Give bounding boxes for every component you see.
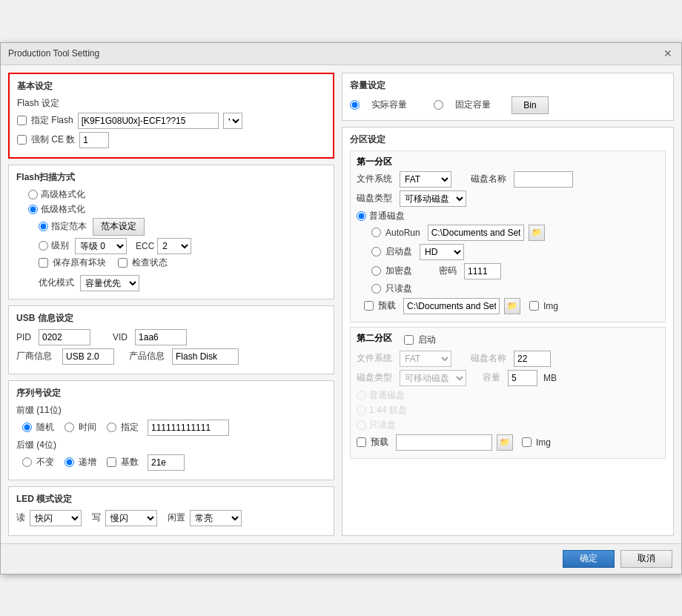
part1-fs-select[interactable]: FATFAT32NTFS [400,171,451,188]
encrypt-disk-radio[interactable] [371,266,381,276]
part2-normal-radio[interactable] [357,391,366,400]
part2-img-checkbox[interactable] [522,437,532,447]
led-idle-select[interactable]: 常亮常灭快闪慢闪 [190,510,242,526]
vid-input[interactable]: 1aa6 [135,329,187,345]
bin-btn[interactable]: Bin [512,96,549,114]
serial-title: 序列号设定 [16,387,326,400]
check-status-checkbox[interactable] [118,258,128,268]
preload-row: 预载 C:\Documents and Settir 📁 Img [364,298,659,314]
part2-floppy-radio[interactable] [357,405,366,415]
prefix-random-radio[interactable] [22,423,32,432]
part2-normal-row: 普通磁盘 [357,389,659,402]
part2-boot-label: 启动 [418,334,436,346]
prefix-time-radio[interactable] [64,423,74,432]
keep-bad-checkbox[interactable] [39,258,48,268]
preload-checkbox[interactable] [364,301,374,311]
vendor-input[interactable]: USB 2.0 [62,348,114,365]
part2-fs-select[interactable]: FATFAT32 [400,351,451,367]
part2-disk-name-input[interactable]: 22 [514,351,551,367]
prefix-specify-radio[interactable] [107,423,116,432]
specify-flash-select[interactable]: ▼ [223,113,242,129]
actual-capacity-label: 实际容量 [371,99,407,111]
autorun-folder-btn[interactable]: 📁 [529,225,545,241]
suffix-nochange-label: 不变 [36,456,54,468]
range-btn[interactable]: 范本设定 [93,218,145,236]
ecc-select[interactable]: 248 [157,238,191,254]
part2-capacity-input[interactable]: 5 [508,370,537,386]
optimize-select[interactable]: 容量优先速度优先 [80,275,139,291]
usb-title: USB 信息设定 [16,312,326,325]
cancel-button[interactable]: 取消 [620,550,672,568]
part1-disk-type-row: 磁盘类型 可移动磁盘固定磁盘 [357,191,659,207]
close-button[interactable]: ✕ [662,47,674,59]
fixed-capacity-radio[interactable] [434,100,443,110]
boot-disk-radio[interactable] [371,247,381,256]
part2-title: 第二分区 [357,332,392,345]
part2-readonly-radio[interactable] [357,420,366,430]
part2-preload-input[interactable] [396,434,492,451]
specify-flash-input[interactable]: [K9F1G08U0x]-ECF1??15 [78,113,219,129]
specify-flash-checkbox[interactable] [17,116,27,125]
capacity-section: 容量设定 实际容量 固定容量 Bin [342,73,674,121]
autorun-radio[interactable] [371,228,381,237]
vid-label: VID [113,332,128,342]
preload-input[interactable]: C:\Documents and Settir [403,298,500,314]
suffix-input[interactable]: 21e [148,454,185,471]
prefix-input[interactable]: 111111111111 [148,420,229,436]
encrypt-pwd-input[interactable]: 1111 [464,263,501,279]
product-input[interactable]: Flash Disk [172,348,239,365]
keep-bad-label: 保存原有坏块 [53,256,106,269]
part2-preload-row: 预载 📁 Img [357,434,659,451]
suffix-nochange-radio[interactable] [22,457,32,467]
part2-disk-type-select[interactable]: 可移动磁盘固定磁盘 [400,370,466,386]
part2-readonly-row: 只读盘 [357,419,659,431]
boot-select[interactable]: HDFDCDROM [420,244,464,260]
level-select[interactable]: 等级 0等级 1等级 2 [75,238,127,254]
normal-disk-radio[interactable] [357,211,366,221]
part1-disk-name-input[interactable] [514,171,573,188]
suffix-base-checkbox[interactable] [107,457,116,467]
encrypt-disk-row: 加密盘 密码 1111 [371,263,659,279]
part1-disk-type-select[interactable]: 可移动磁盘固定磁盘 [400,191,466,207]
readonly-disk-radio[interactable] [371,284,381,294]
part2-boot-checkbox[interactable] [404,335,414,345]
suffix-increment-radio[interactable] [64,457,74,467]
flash-scan-title: Flash扫描方式 [16,171,326,184]
part2-normal-label: 普通磁盘 [369,389,405,402]
bad-block-row: 保存原有坏块 检查状态 [39,256,326,272]
confirm-button[interactable]: 确定 [563,550,615,568]
force-ce-checkbox[interactable] [17,135,27,145]
range-radio[interactable] [39,222,48,231]
boot-disk-label: 启动盘 [385,245,412,258]
high-format-radio[interactable] [28,190,38,199]
readonly-disk-label: 只读盘 [385,282,412,295]
suffix-base-label: 基数 [121,456,139,468]
partition2-section: 第二分区 启动 文件系统 FATFAT32 磁盘名称 22 磁盘类型 [350,327,666,459]
level-radio[interactable] [39,241,48,251]
preload-folder-btn[interactable]: 📁 [504,298,520,314]
img-checkbox[interactable] [529,301,539,311]
force-ce-input[interactable]: 1 [79,132,109,148]
part1-fs-label: 文件系统 [357,173,392,185]
pid-input[interactable]: 0202 [39,329,90,345]
part2-folder-btn[interactable]: 📁 [497,434,513,451]
low-format-radio[interactable] [28,205,38,214]
level-row: 级别 等级 0等级 1等级 2 ECC 248 [39,238,326,254]
part2-disk-type-row: 磁盘类型 可移动磁盘固定磁盘 容量 5 MB [357,370,659,386]
boot-disk-row: 启动盘 HDFDCDROM [371,244,659,260]
part2-preload-checkbox[interactable] [357,437,366,447]
title-bar: Production Tool Setting ✕ [1,43,681,65]
led-write-select[interactable]: 慢闪快闪常亮常灭 [105,510,157,526]
actual-capacity-radio[interactable] [350,100,360,110]
force-ce-label: 强制 CE 数 [31,133,75,146]
autorun-input[interactable]: C:\Documents and Set [428,225,524,241]
window-title: Production Tool Setting [8,48,99,59]
part2-disk-name-label: 磁盘名称 [471,352,506,365]
part1-title: 第一分区 [357,156,659,168]
left-panel: 基本设定 Flash 设定 指定 Flash [K9F1G08U0x]-ECF1… [8,73,334,536]
part2-fs-label: 文件系统 [357,352,392,365]
part2-disk-type-label: 磁盘类型 [357,371,392,384]
fixed-capacity-label: 固定容量 [455,99,491,111]
led-read-select[interactable]: 快闪慢闪常亮常灭 [30,510,82,526]
part2-preload-label: 预载 [371,436,388,448]
